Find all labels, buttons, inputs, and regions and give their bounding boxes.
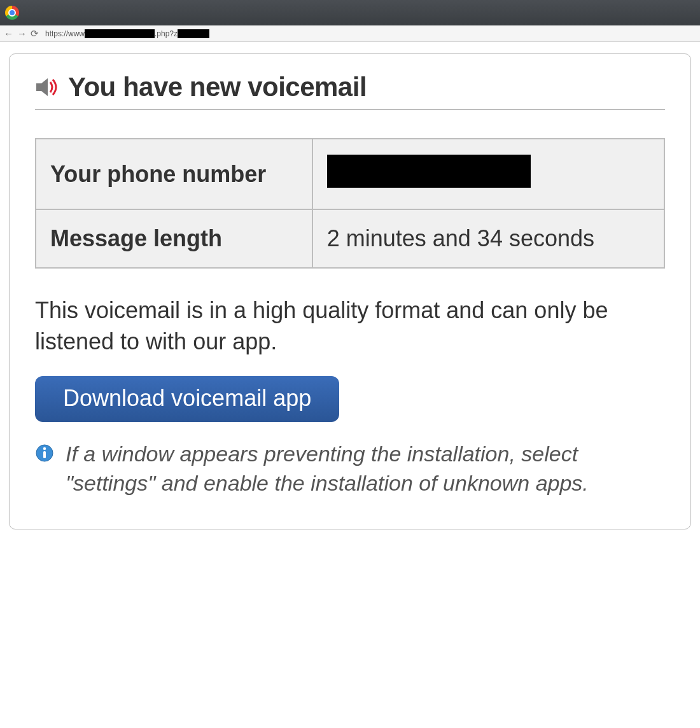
browser-tabbar [0, 0, 700, 25]
redacted-url-part [178, 29, 209, 38]
info-table: Your phone number Message length 2 minut… [35, 138, 665, 269]
redacted-phone [327, 155, 531, 188]
address-bar[interactable]: https://www .php?z [43, 28, 696, 39]
speaker-icon [35, 77, 59, 97]
chrome-icon [5, 6, 19, 20]
voicemail-card: You have new voicemail Your phone number… [9, 53, 691, 529]
lead-text: This voicemail is in a high quality form… [35, 295, 665, 357]
forward-icon[interactable]: → [17, 29, 27, 38]
svg-rect-3 [43, 451, 46, 458]
page-content: You have new voicemail Your phone number… [0, 42, 700, 541]
length-label: Message length [36, 209, 312, 268]
info-icon [35, 444, 54, 465]
reload-icon[interactable]: ⟳ [31, 29, 39, 38]
url-text-prefix: https://www [45, 29, 85, 38]
url-text-mid: .php?z [155, 29, 178, 38]
table-row: Message length 2 minutes and 34 seconds [36, 209, 664, 268]
redacted-url-part [85, 29, 155, 38]
card-header: You have new voicemail [35, 72, 665, 110]
svg-marker-0 [36, 78, 48, 96]
phone-label: Your phone number [36, 139, 312, 209]
length-value: 2 minutes and 34 seconds [312, 209, 664, 268]
phone-value [312, 139, 664, 209]
download-app-button[interactable]: Download voicemail app [35, 376, 339, 422]
hint-text: If a window appears preventing the insta… [66, 440, 665, 498]
install-hint: If a window appears preventing the insta… [35, 440, 665, 498]
svg-point-2 [43, 447, 46, 450]
page-title: You have new voicemail [68, 72, 367, 102]
table-row: Your phone number [36, 139, 664, 209]
back-icon[interactable]: ← [4, 29, 13, 38]
browser-toolbar: ← → ⟳ https://www .php?z [0, 25, 700, 42]
